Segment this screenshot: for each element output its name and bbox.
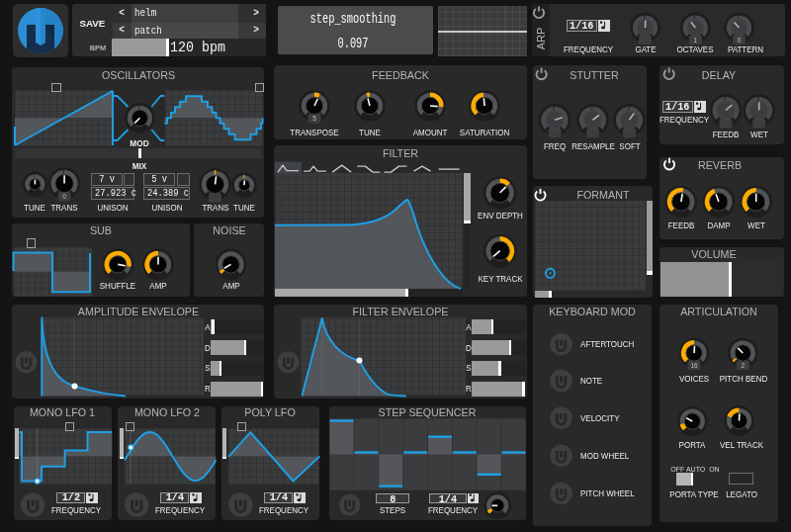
svg-text:16: 16 xyxy=(690,362,698,369)
svg-text:1: 1 xyxy=(693,37,697,44)
svg-text:0: 0 xyxy=(62,193,66,200)
svg-text:0: 0 xyxy=(738,37,742,44)
svg-text:2: 2 xyxy=(741,362,745,369)
svg-text:5: 5 xyxy=(312,115,316,122)
